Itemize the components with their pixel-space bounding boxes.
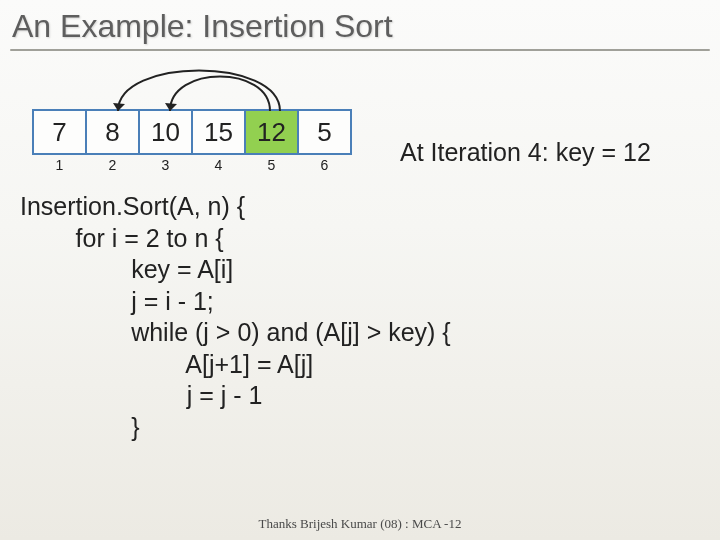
credit-line: Thanks Brijesh Kumar (08) : MCA -12 xyxy=(0,516,720,532)
iteration-caption: At Iteration 4: key = 12 xyxy=(400,138,651,167)
array-cell: 10 xyxy=(138,109,193,155)
pseudocode-block: Insertion.Sort(A, n) { for i = 2 to n { … xyxy=(20,191,720,443)
code-line: Insertion.Sort(A, n) { xyxy=(20,192,245,220)
code-line: A[j+1] = A[j] xyxy=(20,350,313,378)
code-line: key = A[i] xyxy=(20,255,233,283)
array-cell: 5 xyxy=(297,109,352,155)
code-line: while (j > 0) and (A[j] > key) { xyxy=(20,318,451,346)
slide-title: An Example: Insertion Sort xyxy=(0,0,720,49)
code-line: j = j - 1 xyxy=(20,381,262,409)
array-cell: 8 xyxy=(85,109,140,155)
swap-arcs xyxy=(32,53,372,113)
array-index: 4 xyxy=(191,157,246,173)
array-index: 5 xyxy=(244,157,299,173)
code-line: } xyxy=(20,413,139,441)
array-cell-key: 12 xyxy=(244,109,299,155)
code-line: j = i - 1; xyxy=(20,287,214,315)
array-cell: 7 xyxy=(32,109,87,155)
array-index: 2 xyxy=(85,157,140,173)
array-index: 3 xyxy=(138,157,193,173)
array-index: 1 xyxy=(32,157,87,173)
array-index: 6 xyxy=(297,157,352,173)
title-underline xyxy=(10,49,710,51)
array-cell: 15 xyxy=(191,109,246,155)
code-line: for i = 2 to n { xyxy=(20,224,224,252)
